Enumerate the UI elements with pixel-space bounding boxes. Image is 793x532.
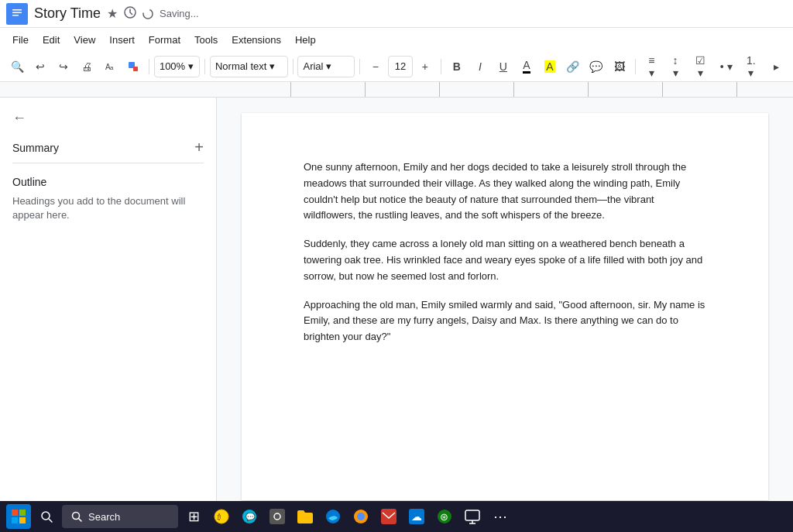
doc-title[interactable]: Story Time — [34, 5, 101, 22]
taskbar-coin-icon[interactable]: ₿ — [209, 504, 234, 529]
italic-btn[interactable]: I — [469, 56, 491, 77]
image-btn[interactable]: 🖼 — [609, 56, 630, 77]
divider-4 — [359, 59, 360, 74]
svg-rect-22 — [269, 509, 285, 524]
taskbar-camera-icon[interactable] — [265, 504, 290, 529]
link-btn[interactable]: 🔗 — [562, 56, 584, 77]
divider-2 — [204, 59, 205, 74]
redo-btn[interactable]: ↪ — [53, 56, 74, 77]
ruler — [0, 82, 793, 98]
svg-line-17 — [79, 519, 82, 522]
taskbar-more-icon[interactable]: ⋯ — [488, 504, 513, 529]
menu-insert[interactable]: Insert — [103, 32, 141, 48]
outline-hint: Headings you add to the document will ap… — [12, 194, 204, 222]
ruler-content — [217, 82, 793, 97]
menu-help[interactable]: Help — [289, 32, 322, 48]
font-color-btn[interactable]: A — [516, 56, 537, 77]
search-bar-text: Search — [88, 511, 120, 523]
menu-format[interactable]: Format — [142, 32, 187, 48]
svg-rect-12 — [12, 517, 18, 523]
search-toolbar-btn[interactable]: 🔍 — [6, 56, 28, 77]
font-size-increase-btn[interactable]: + — [414, 56, 436, 77]
svg-rect-2 — [12, 12, 22, 13]
highlight-btn[interactable]: A — [539, 56, 561, 77]
divider-1 — [149, 59, 149, 74]
svg-rect-9 — [133, 67, 138, 71]
doc-area[interactable]: One sunny afternoon, Emily and her dogs … — [217, 98, 793, 501]
svg-rect-13 — [19, 517, 26, 523]
svg-point-26 — [357, 513, 365, 520]
toolbar: 🔍 ↩ ↪ 🖨 Aa 100% ▾ Normal text ▾ Arial ▾ … — [0, 51, 793, 82]
svg-text:☁: ☁ — [411, 510, 422, 523]
title-group: Story Time ★ Saving... — [34, 5, 787, 22]
svg-text:₿: ₿ — [217, 513, 221, 521]
svg-text:a: a — [110, 64, 114, 71]
taskbar-xbox-icon[interactable]: ⊛ — [432, 504, 457, 529]
menu-tools[interactable]: Tools — [188, 32, 224, 48]
doc-page: One sunny afternoon, Emily and her dogs … — [242, 113, 768, 500]
numbered-list-btn[interactable]: 1. ▾ — [739, 56, 764, 77]
doc-content[interactable]: One sunny afternoon, Emily and her dogs … — [304, 160, 706, 345]
bold-btn[interactable]: B — [446, 56, 468, 77]
divider-6 — [635, 59, 636, 74]
taskbar: Search ⊞ ₿ 💬 ☁ ⊛ ⋯ — [0, 501, 793, 532]
menu-extensions[interactable]: Extensions — [225, 32, 287, 48]
summary-header: Summary + — [12, 139, 204, 156]
font-size-decrease-btn[interactable]: − — [365, 56, 386, 77]
svg-rect-27 — [381, 509, 396, 524]
taskbar-folder-icon[interactable] — [293, 504, 318, 529]
style-select[interactable]: Normal text ▾ — [210, 56, 288, 77]
checklist-btn[interactable]: ☑ ▾ — [688, 56, 714, 77]
divider-5 — [441, 59, 441, 74]
paragraph-3[interactable]: Approaching the old man, Emily smiled wa… — [304, 297, 706, 345]
menu-file[interactable]: File — [6, 32, 35, 48]
star-icon[interactable]: ★ — [107, 6, 118, 21]
more-btn[interactable]: ▸ — [765, 56, 787, 77]
svg-point-5 — [143, 9, 153, 19]
history-icon — [124, 6, 136, 22]
taskbar-chat-icon[interactable]: 💬 — [237, 504, 262, 529]
paragraph-2[interactable]: Suddenly, they came across a lonely old … — [304, 236, 706, 284]
bullet-list-btn[interactable]: • ▾ — [716, 56, 737, 77]
paint-format-btn[interactable] — [122, 56, 144, 77]
saving-status: Saving... — [142, 8, 199, 19]
spellcheck-btn[interactable]: Aa — [99, 56, 121, 77]
line-spacing-btn[interactable]: ↕ ▾ — [664, 56, 686, 77]
undo-btn[interactable]: ↩ — [29, 56, 51, 77]
font-select[interactable]: Arial ▾ — [297, 56, 355, 77]
align-btn[interactable]: ≡ ▾ — [640, 56, 663, 77]
font-size-input[interactable] — [388, 56, 413, 77]
taskbar-search-bar[interactable]: Search — [62, 505, 178, 528]
taskbar-edge-icon[interactable] — [321, 504, 345, 529]
add-summary-btn[interactable]: + — [194, 139, 204, 156]
font-size-group: − + — [365, 56, 436, 77]
zoom-select[interactable]: 100% ▾ — [154, 56, 200, 77]
taskbar-firefox-icon[interactable] — [348, 504, 373, 529]
underline-btn[interactable]: U — [493, 56, 514, 77]
outline-title: Outline — [12, 176, 204, 188]
menu-bar: File Edit View Insert Format Tools Exten… — [0, 28, 793, 51]
main-content: ← Summary + Outline Headings you add to … — [0, 98, 793, 501]
svg-rect-11 — [19, 510, 26, 516]
comment-btn[interactable]: 💬 — [585, 56, 607, 77]
menu-view[interactable]: View — [67, 32, 101, 48]
taskbar-desktop-icon[interactable] — [460, 504, 485, 529]
menu-edit[interactable]: Edit — [36, 32, 66, 48]
svg-line-15 — [49, 519, 52, 522]
start-button[interactable] — [6, 504, 31, 529]
sidebar: ← Summary + Outline Headings you add to … — [0, 98, 217, 501]
svg-rect-1 — [12, 9, 22, 11]
print-btn[interactable]: 🖨 — [76, 56, 98, 77]
svg-point-18 — [215, 510, 228, 523]
svg-rect-3 — [12, 15, 19, 16]
doc-icon — [6, 3, 28, 25]
taskbar-widgets-icon[interactable]: ⊞ — [181, 504, 206, 529]
svg-text:💬: 💬 — [245, 512, 256, 522]
taskbar-search-icon[interactable] — [34, 504, 59, 529]
back-btn[interactable]: ← — [12, 110, 26, 126]
taskbar-cloud-icon[interactable]: ☁ — [404, 504, 429, 529]
summary-title: Summary — [12, 142, 59, 154]
taskbar-mail-icon[interactable] — [376, 504, 401, 529]
paragraph-1[interactable]: One sunny afternoon, Emily and her dogs … — [304, 160, 706, 224]
summary-divider — [12, 163, 204, 163]
